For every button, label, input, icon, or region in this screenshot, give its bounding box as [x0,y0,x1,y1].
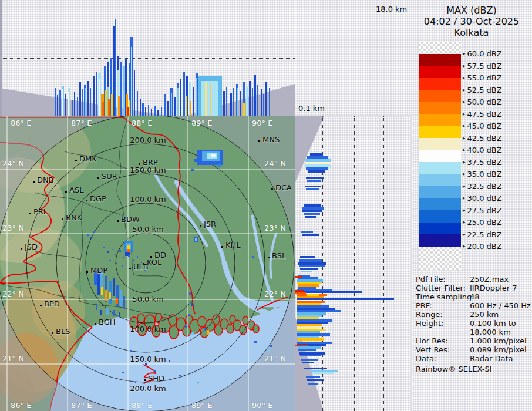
tick-arrow-icon: ▸ [463,123,466,129]
echo-rect [169,360,170,362]
profile-bar [65,94,66,116]
city-dot [268,257,270,258]
lat-label: 21° N [2,354,24,363]
profile-bar [161,107,162,116]
city-label: JSD [25,242,38,251]
scale-value: 32.5 dBZ [467,182,502,191]
scale-tick-label: ▸25.0 dBZ [463,218,502,227]
echo-rect [109,260,111,261]
legend-panel: MAX (dBZ) 04:02 / 30-Oct-2025 Kolkata ▸6… [411,0,532,411]
scale-tick-label: ▸47.5 dBZ [463,109,502,119]
lon-label: 86° E [11,401,31,410]
city-label: SUR [102,172,117,181]
tick-arrow-icon: ▸ [463,232,466,237]
city-label: KOL [147,258,161,267]
profile-bar [174,97,176,116]
lat-label: 23° N [264,224,286,233]
scale-tick-label: ▸20.0 dBZ [463,242,502,251]
profile-bar [167,101,169,116]
meta-label: Vert Res: [416,345,450,354]
city-label: MDP [90,266,107,275]
scale-box [419,198,461,211]
echo-rect [211,154,216,157]
city-dot [200,225,201,227]
echo-rect [103,247,105,248]
city-dot [62,218,63,220]
scale-box [419,174,461,187]
gridline [383,116,384,411]
echo-rect [254,341,257,343]
profile-bar [243,103,245,116]
echo-rect [130,350,132,352]
tick-arrow-icon: ▸ [463,87,466,93]
scale-box [419,210,461,223]
profile-bar [237,88,238,116]
city-dot [33,181,35,183]
meta-value: 600 Hz / 450 Hz [470,301,531,310]
meta-label: Range: [416,310,443,319]
echo-rect [127,245,130,249]
profile-bar [302,234,319,236]
gridline [354,116,355,411]
echo-rect [122,372,124,373]
profile-bar [304,368,327,369]
profile-bar [300,268,318,270]
tick-arrow-icon: ▸ [463,136,466,141]
profile-bar [269,88,270,116]
tick-arrow-icon: ▸ [463,63,466,69]
echo-rect [120,290,122,306]
profile-bar [115,19,116,116]
echo-rect [107,251,109,253]
profile-bar [307,379,324,381]
profile-bar [295,276,302,278]
echo-rect [97,274,100,295]
echo-rect [207,330,209,335]
scale-tick-label: ▸57.5 dBZ [463,61,502,70]
city-label: BLS [56,327,70,336]
gridline [0,58,295,59]
scale-tick-label: ▸37.5 dBZ [463,157,502,167]
range-ring-label: 200.0 km [130,384,166,393]
profile-bar [87,81,89,116]
profile-bar [85,88,86,116]
scale-value: 50.0 dBZ [467,97,502,106]
echo-rect [113,310,115,316]
radar-display: { "legend": { "product": "MAX (dBZ)", "d… [0,0,532,411]
scale-tick-label: ▸27.5 dBZ [463,206,502,215]
scale-value: 45.0 dBZ [467,122,502,130]
scale-box [419,126,461,139]
echo-rect [191,332,194,335]
scale-box [419,114,461,126]
profile-bar [77,97,78,116]
profile-bar [299,265,325,267]
echo-rect [115,254,116,255]
profile-bar [300,256,315,258]
echo-rect [267,349,270,352]
echo-rect [106,308,109,315]
city-label: SHD [148,374,164,383]
tick-arrow-icon: ▸ [463,51,466,56]
tick-arrow-icon: ▸ [463,220,466,225]
profile-bar [230,93,232,116]
profile-bar [57,95,58,116]
profile-bar [111,94,113,116]
lon-label: 88° E [132,401,152,410]
scale-value: 57.5 dBZ [467,62,502,70]
brand-label: Rainbow® SELEX-SI [416,365,492,373]
echo-rect [188,314,190,316]
meta-value: 1.000 km/pixel [470,336,527,345]
city-label: DGP [90,194,106,203]
profile-bar [137,91,138,116]
scale-tick-label: ▸35.0 dBZ [463,170,502,179]
profile-bar [311,370,338,372]
profile-bar [134,70,135,116]
city-dot [86,271,88,273]
scale-value: 40.0 dBZ [467,146,502,154]
echo-rect [116,298,118,304]
scale-box [419,54,461,66]
range-ring-label: 100.0 km [130,325,166,333]
meta-label: PRF: [416,301,432,310]
scale-box [419,90,461,102]
scale-box [419,66,461,78]
meta-label: Pdf File: [416,275,446,284]
